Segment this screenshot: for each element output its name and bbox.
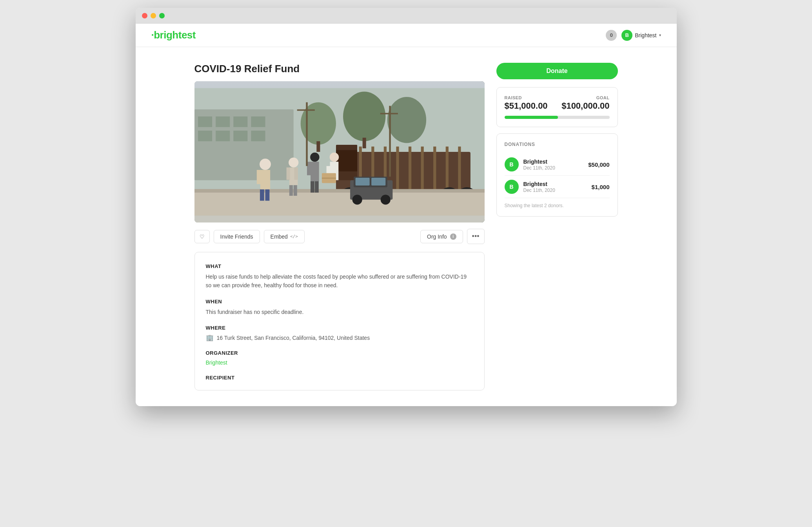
username: Brightest — [635, 32, 656, 38]
svg-rect-4 — [233, 117, 247, 127]
svg-rect-23 — [421, 146, 423, 189]
where-heading: WHERE — [206, 325, 473, 331]
image-scene — [194, 81, 485, 222]
stats-card: RAISED $51,000.00 GOAL $100,000.00 — [496, 87, 618, 127]
svg-rect-7 — [216, 131, 230, 141]
svg-rect-5 — [251, 117, 265, 127]
donations-card: DONATIONS B Brightest Dec 11th, 2020 $50… — [496, 133, 618, 217]
invite-friends-label: Invite Friends — [220, 233, 253, 240]
action-bar: ♡ Invite Friends Embed </> Org Info i — [194, 229, 485, 244]
when-text: This fundraiser has no specific deadline… — [206, 308, 473, 316]
svg-rect-3 — [216, 117, 230, 127]
donation-item: B Brightest Dec 11th, 2020 $50,000 — [505, 153, 610, 176]
svg-rect-44 — [314, 162, 318, 175]
close-button[interactable] — [142, 13, 147, 18]
svg-rect-34 — [194, 189, 485, 193]
svg-rect-14 — [362, 138, 366, 148]
organizer-link[interactable]: Brightest — [206, 359, 227, 366]
donor-avatar: B — [505, 180, 519, 194]
what-section: WHAT Help us raise funds to help allevia… — [206, 263, 473, 290]
campaign-image-svg — [194, 81, 485, 222]
app-body: ·brightest 0 B Brightest ▾ COVID-19 Reli… — [136, 24, 677, 406]
svg-rect-60 — [297, 109, 314, 111]
notification-badge[interactable]: 0 — [606, 30, 617, 41]
more-icon: ••• — [472, 232, 480, 241]
svg-rect-50 — [334, 162, 338, 173]
donate-button[interactable]: Donate — [496, 63, 618, 79]
app-window: ·brightest 0 B Brightest ▾ COVID-19 Reli… — [136, 8, 677, 406]
svg-rect-65 — [355, 178, 369, 186]
donor-date: Dec 11th, 2020 — [523, 188, 587, 193]
more-options-button[interactable]: ••• — [467, 229, 485, 244]
svg-point-35 — [289, 157, 298, 167]
embed-code-icon: </> — [290, 234, 298, 239]
what-heading: WHAT — [206, 263, 473, 269]
svg-rect-59 — [306, 102, 308, 166]
svg-point-47 — [329, 153, 338, 162]
where-text: 16 Turk Street, San Francisco, Californi… — [217, 335, 370, 341]
invite-friends-button[interactable]: Invite Friends — [214, 230, 260, 243]
progress-bar-fill — [505, 116, 558, 119]
svg-rect-26 — [458, 146, 461, 189]
when-heading: WHEN — [206, 299, 473, 305]
svg-rect-58 — [265, 190, 269, 201]
org-info-button[interactable]: Org Info i — [420, 230, 463, 243]
chevron-down-icon: ▾ — [659, 33, 661, 37]
user-menu[interactable]: B Brightest ▾ — [621, 30, 661, 41]
goal-label: GOAL — [561, 95, 609, 100]
recipient-section: RECIPIENT — [206, 375, 473, 381]
svg-point-68 — [380, 195, 390, 204]
svg-rect-38 — [294, 168, 298, 180]
donor-avatar: B — [505, 157, 519, 171]
donation-item: B Brightest Dec 11th, 2020 $1,000 — [505, 176, 610, 198]
svg-rect-57 — [260, 190, 264, 201]
svg-point-12 — [387, 97, 426, 143]
minimize-button[interactable] — [151, 13, 156, 18]
donations-title: DONATIONS — [505, 142, 610, 147]
svg-rect-2 — [198, 117, 212, 127]
page-layout: COVID-19 Relief Fund — [194, 63, 618, 390]
svg-rect-8 — [233, 131, 247, 141]
svg-point-67 — [352, 195, 362, 204]
svg-rect-9 — [251, 131, 265, 141]
svg-rect-33 — [194, 191, 485, 215]
donor-amount: $1,000 — [592, 184, 610, 190]
avatar: B — [621, 30, 632, 41]
svg-rect-66 — [371, 178, 385, 186]
svg-rect-21 — [396, 146, 399, 189]
org-info-label: Org Info — [427, 233, 447, 240]
embed-button[interactable]: Embed </> — [264, 230, 305, 243]
svg-point-10 — [300, 102, 336, 145]
recipient-heading: RECIPIENT — [206, 375, 473, 381]
right-column: Donate RAISED $51,000.00 GOAL $100,000.0… — [496, 63, 618, 217]
svg-rect-37 — [286, 168, 290, 180]
navbar-right: 0 B Brightest ▾ — [606, 30, 661, 41]
organizer-heading: ORGANIZER — [206, 350, 473, 356]
goal-stat: GOAL $100,000.00 — [561, 95, 609, 111]
svg-rect-22 — [408, 146, 411, 189]
heart-button[interactable]: ♡ — [194, 230, 210, 243]
embed-label: Embed — [271, 233, 288, 240]
logo[interactable]: ·brightest — [151, 29, 196, 41]
raised-stat: RAISED $51,000.00 — [505, 95, 548, 111]
when-section: WHEN This fundraiser has no specific dea… — [206, 299, 473, 316]
info-icon: i — [450, 233, 456, 240]
location-row: 🏢 16 Turk Street, San Francisco, Califor… — [206, 334, 473, 341]
details-card: WHAT Help us raise funds to help allevia… — [194, 252, 485, 390]
svg-rect-46 — [314, 181, 318, 193]
svg-rect-45 — [311, 181, 314, 193]
fullscreen-button[interactable] — [159, 13, 165, 18]
svg-point-53 — [260, 159, 271, 170]
svg-rect-55 — [256, 170, 261, 184]
navbar: ·brightest 0 B Brightest ▾ — [136, 24, 677, 47]
stats-row: RAISED $51,000.00 GOAL $100,000.00 — [505, 95, 610, 111]
svg-rect-40 — [293, 185, 297, 196]
svg-rect-61 — [389, 106, 391, 177]
svg-rect-17 — [336, 150, 357, 171]
donor-date: Dec 11th, 2020 — [523, 165, 584, 171]
svg-rect-39 — [289, 185, 292, 196]
donor-info: Brightest Dec 11th, 2020 — [523, 181, 587, 193]
left-column: COVID-19 Relief Fund — [194, 63, 485, 390]
svg-point-11 — [343, 92, 385, 141]
svg-rect-6 — [198, 131, 212, 141]
